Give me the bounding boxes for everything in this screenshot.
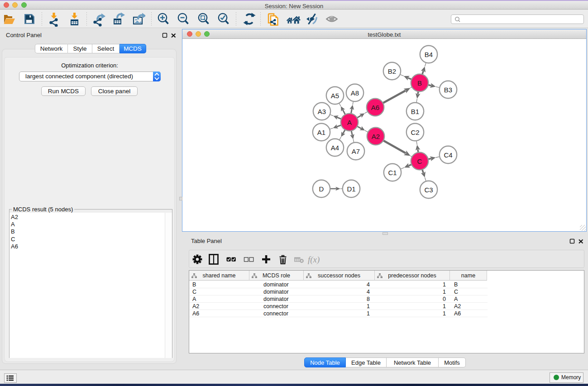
svg-text:A: A: [347, 119, 352, 126]
svg-text:A6: A6: [371, 104, 379, 111]
svg-text:B1: B1: [411, 108, 419, 115]
svg-text:f(x): f(x): [308, 255, 320, 265]
svg-text:C2: C2: [411, 129, 419, 136]
svg-text:B4: B4: [425, 51, 433, 58]
svg-text:B2: B2: [388, 67, 396, 75]
svg-text:C4: C4: [444, 151, 452, 159]
svg-text:C3: C3: [424, 186, 433, 194]
svg-text:D: D: [319, 185, 324, 193]
svg-text:A1: A1: [317, 129, 325, 136]
svg-text:A2: A2: [372, 133, 380, 140]
svg-text:B: B: [417, 79, 422, 87]
svg-text:A4: A4: [331, 144, 339, 152]
svg-text:C1: C1: [388, 169, 397, 176]
svg-text:A7: A7: [352, 148, 360, 155]
svg-text:A5: A5: [331, 92, 339, 100]
svg-text:C: C: [417, 157, 422, 165]
svg-text:A8: A8: [351, 89, 359, 97]
svg-text:D1: D1: [347, 185, 355, 193]
svg-text:B3: B3: [444, 86, 452, 94]
svg-text:A3: A3: [318, 108, 326, 115]
